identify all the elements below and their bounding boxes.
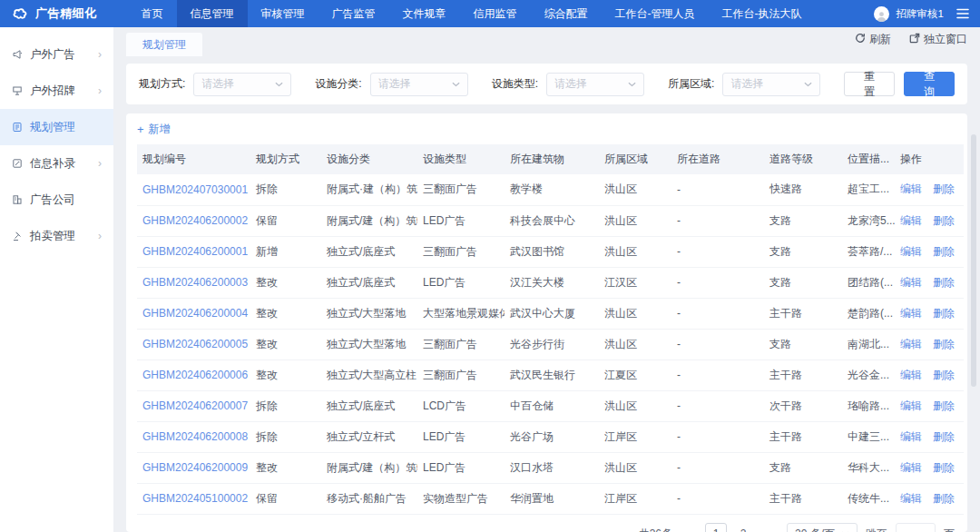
actions-cell: 编辑删除 — [895, 452, 964, 483]
filter-label: 规划方式: — [139, 76, 185, 92]
plan-code-link[interactable]: GHBM202406200003 — [137, 267, 250, 298]
edit-link[interactable]: 编辑 — [900, 399, 922, 412]
nav-item-工作台-管理人员[interactable]: 工作台-管理人员 — [602, 0, 709, 27]
tab-planning-management[interactable]: 规划管理 — [126, 33, 202, 56]
plan-code-link[interactable]: GHBM202405100002 — [137, 483, 250, 514]
edit-link[interactable]: 编辑 — [900, 182, 922, 195]
plan-code-link[interactable]: GHBM202406200006 — [137, 360, 250, 390]
plan-code-link[interactable]: GHBM202406200009 — [137, 452, 250, 483]
edit-link[interactable]: 编辑 — [900, 307, 922, 320]
filter-select[interactable]: 请选择 — [546, 73, 644, 96]
sidebar-item-广告公司[interactable]: 广告公司 — [0, 182, 113, 218]
edit-link[interactable]: 编辑 — [900, 492, 922, 505]
cell: 主干路 — [764, 298, 842, 329]
next-page-button[interactable]: › — [762, 527, 779, 532]
edit-link[interactable]: 编辑 — [900, 245, 922, 258]
actions-cell: 编辑删除 — [895, 267, 964, 298]
cell: 三翻面广告 — [417, 174, 505, 205]
cell: 保留 — [250, 205, 321, 236]
table-row: GHBM202405100002保留移动式·船舶广告实物造型广告华润置地江岸区-… — [137, 483, 964, 514]
filter-select[interactable]: 请选择 — [722, 73, 820, 96]
nav-item-综合配置[interactable]: 综合配置 — [531, 0, 602, 27]
actions-cell: 编辑删除 — [895, 174, 964, 205]
delete-link[interactable]: 删除 — [933, 307, 955, 320]
jump-page-input[interactable] — [896, 523, 936, 532]
delete-link[interactable]: 删除 — [933, 214, 955, 227]
delete-link[interactable]: 删除 — [933, 492, 955, 505]
user-avatar[interactable] — [874, 6, 889, 22]
refresh-button[interactable]: 刷新 — [855, 32, 891, 47]
edit-link[interactable]: 编辑 — [900, 369, 922, 381]
page-size-select[interactable]: 20 条/页 — [787, 523, 858, 532]
delete-link[interactable]: 删除 — [933, 399, 955, 412]
plan-code-link[interactable]: GHBM202406200008 — [137, 421, 250, 452]
sidebar-item-户外广告[interactable]: 户外广告› — [0, 36, 113, 73]
standalone-window-button[interactable]: 独立窗口 — [909, 32, 967, 47]
edit-link[interactable]: 编辑 — [900, 430, 922, 443]
delete-link[interactable]: 删除 — [933, 461, 955, 474]
edit-link[interactable]: 编辑 — [900, 461, 922, 474]
cell: 洪山区 — [599, 236, 671, 267]
cell: - — [671, 483, 764, 514]
delete-link[interactable]: 删除 — [933, 245, 955, 258]
sidebar-item-规划管理[interactable]: 规划管理 — [0, 109, 113, 145]
nav-item-文件规章[interactable]: 文件规章 — [389, 0, 460, 27]
vertical-scrollbar[interactable] — [971, 134, 976, 387]
reset-button[interactable]: 重置 — [844, 72, 895, 96]
cell: 科技会展中心 — [505, 205, 599, 236]
table-row: GHBM202407030001拆除附属式·建（构）筑物...三翻面广告教学楼洪… — [137, 174, 964, 205]
cell: 洪山区 — [599, 174, 671, 205]
chevron-right-icon: › — [98, 157, 102, 170]
cell: - — [671, 298, 764, 329]
cell: 江夏区 — [599, 360, 671, 390]
filter-select[interactable]: 请选择 — [193, 73, 291, 96]
nav-item-信息管理[interactable]: 信息管理 — [177, 0, 248, 27]
sidebar-item-户外招牌[interactable]: 户外招牌› — [0, 73, 113, 109]
plan-code-link[interactable]: GHBM202406200007 — [137, 390, 250, 421]
nav-item-广告监管[interactable]: 广告监管 — [318, 0, 389, 27]
outdoor-ad-icon — [12, 49, 23, 60]
cell: 支路 — [764, 267, 842, 298]
cell: - — [671, 452, 764, 483]
nav-item-审核管理[interactable]: 审核管理 — [248, 0, 318, 27]
page-number-2[interactable]: 2 — [732, 523, 754, 532]
cell: - — [671, 205, 764, 236]
edit-link[interactable]: 编辑 — [900, 214, 922, 227]
cell: 整改 — [250, 452, 321, 483]
nav-item-信用监管[interactable]: 信用监管 — [460, 0, 531, 27]
delete-link[interactable]: 删除 — [933, 369, 955, 381]
cell: 支路 — [764, 236, 842, 267]
sidebar-item-label: 规划管理 — [30, 120, 75, 135]
edit-link[interactable]: 编辑 — [900, 338, 922, 350]
delete-link[interactable]: 删除 — [933, 338, 955, 350]
prev-page-button[interactable]: ‹ — [681, 527, 697, 532]
column-header-设施类型: 设施类型 — [417, 144, 505, 174]
search-button[interactable]: 查询 — [904, 72, 955, 96]
add-button[interactable]: + 新增 — [137, 122, 171, 137]
delete-link[interactable]: 删除 — [933, 182, 955, 195]
plan-code-link[interactable]: GHBM202407030001 — [137, 174, 250, 205]
sidebar-item-信息补录[interactable]: 信息补录› — [0, 145, 113, 182]
page-number-1[interactable]: 1 — [705, 523, 727, 532]
plan-code-link[interactable]: GHBM202406200004 — [137, 298, 250, 329]
refresh-label: 刷新 — [869, 32, 891, 47]
column-header-所属区域: 所属区域 — [599, 144, 671, 174]
nav-item-首页[interactable]: 首页 — [128, 0, 177, 27]
filter-select[interactable]: 请选择 — [370, 73, 468, 96]
username[interactable]: 招牌审核1 — [897, 7, 944, 21]
cell: 移动式·船舶广告 — [321, 483, 417, 514]
sidebar-item-拍卖管理[interactable]: 拍卖管理› — [0, 218, 113, 254]
cell: LED广告 — [417, 205, 505, 236]
nav-item-工作台-执法大队[interactable]: 工作台-执法大队 — [709, 0, 816, 27]
jump-label: 跳至 — [866, 527, 887, 532]
hamburger-menu-icon[interactable] — [956, 8, 969, 19]
table-row: GHBM202406200003整改独立式/底座式LED广告汉江关大楼江汉区-支… — [137, 267, 964, 298]
page-size-value: 20 条/页 — [795, 527, 835, 532]
delete-link[interactable]: 删除 — [933, 276, 955, 289]
plan-code-link[interactable]: GHBM202406200001 — [137, 236, 250, 267]
plan-code-link[interactable]: GHBM202406200002 — [137, 205, 250, 236]
edit-link[interactable]: 编辑 — [900, 276, 922, 289]
plan-code-link[interactable]: GHBM202406200005 — [137, 329, 250, 360]
cell: 大型落地景观媒体 — [417, 298, 505, 329]
delete-link[interactable]: 删除 — [933, 430, 955, 443]
